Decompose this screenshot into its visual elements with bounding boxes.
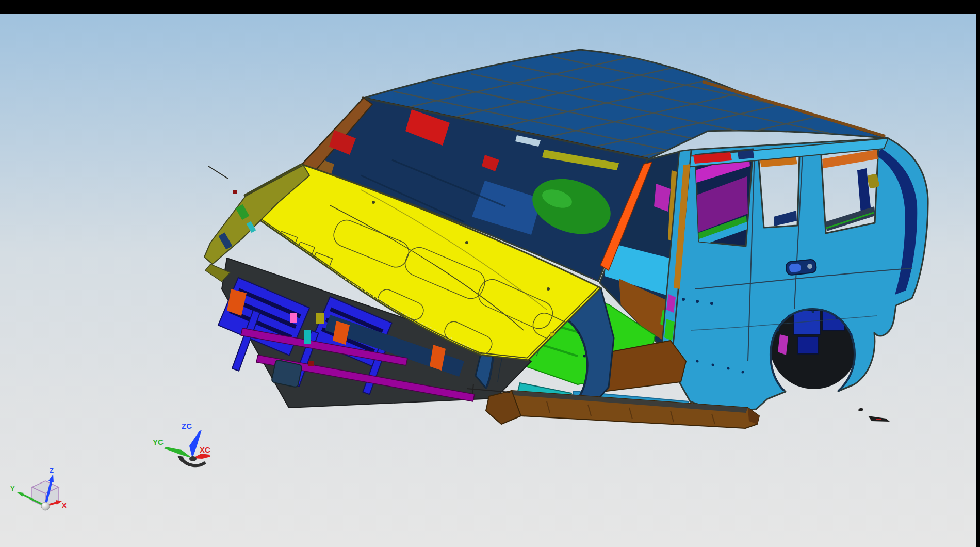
wcs-origin-handle[interactable] [189,456,197,461]
abs-z-label: Z [50,466,54,474]
quarter-window-rear[interactable] [821,146,880,233]
abs-x-label: X [62,502,67,509]
cad-application-window: ZC YC XC Z Y X [0,0,980,547]
tow-bracket [271,360,302,388]
abs-y-label: Y [10,485,15,492]
top-frame-bar [0,0,980,14]
cad-viewport-canvas[interactable]: ZC YC XC Z Y X [0,0,980,547]
wcs-x-label: XC [200,445,210,454]
quarter-window-front[interactable] [758,153,799,228]
right-frame-bar [976,0,980,547]
wcs-z-label: ZC [182,422,192,430]
wcs-y-label: YC [153,438,164,446]
door-handle-recess[interactable] [786,259,816,276]
